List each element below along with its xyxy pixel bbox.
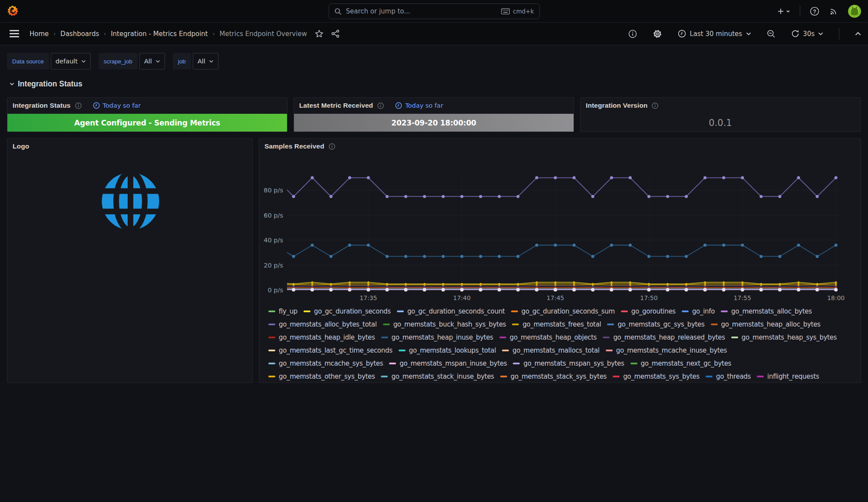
legend-series-color xyxy=(268,324,275,326)
legend-series-label: go_goroutines xyxy=(631,307,676,315)
scrape-job-variable-label[interactable]: scrape_job xyxy=(99,53,138,69)
legend-item[interactable]: go_memstats_next_gc_bytes xyxy=(630,360,732,367)
svg-text:?: ? xyxy=(813,9,816,15)
breadcrumb-folder[interactable]: Integration - Metrics Endpoint xyxy=(111,30,208,38)
legend-item[interactable]: go_memstats_stack_sys_bytes xyxy=(500,373,607,380)
legend-series-color xyxy=(607,324,614,326)
legend-series-color xyxy=(511,310,518,313)
menu-toggle-button[interactable] xyxy=(10,30,19,37)
legend-item[interactable]: go_memstats_lookups_total xyxy=(399,347,496,354)
legend-item[interactable]: go_threads xyxy=(706,373,751,380)
svg-text:0 p/s: 0 p/s xyxy=(268,287,283,294)
help-button[interactable]: ? xyxy=(810,7,819,16)
legend-item[interactable]: go_memstats_heap_idle_bytes xyxy=(268,334,375,341)
dashboard-settings-button[interactable] xyxy=(653,29,662,39)
chevron-down-icon xyxy=(746,32,751,36)
legend-series-color xyxy=(706,376,713,378)
legend-series-label: go_memstats_next_gc_bytes xyxy=(641,360,732,367)
legend-series-color xyxy=(603,337,610,339)
legend-series-color xyxy=(721,310,728,313)
legend-item[interactable]: go_memstats_last_gc_time_seconds xyxy=(268,347,393,354)
svg-text:20 p/s: 20 p/s xyxy=(264,262,283,269)
legend-series-label: go_memstats_sys_bytes xyxy=(623,373,700,380)
legend-item[interactable]: go_memstats_mallocs_total xyxy=(502,347,599,354)
info-icon[interactable] xyxy=(377,102,384,109)
job-variable-label[interactable]: job xyxy=(173,53,191,69)
legend-item[interactable]: go_info xyxy=(682,307,715,315)
legend-item[interactable]: go_memstats_mcache_inuse_bytes xyxy=(606,347,727,354)
legend-series-label: go_memstats_gc_sys_bytes xyxy=(617,320,704,328)
legend-item[interactable]: go_memstats_heap_alloc_bytes xyxy=(711,320,821,328)
svg-text:17:45: 17:45 xyxy=(547,294,564,301)
legend-item[interactable]: go_gc_duration_seconds_sum xyxy=(511,307,615,315)
legend-series-label: go_memstats_heap_inuse_bytes xyxy=(392,334,493,341)
legend-series-label: go_info xyxy=(692,307,715,315)
svg-text:40 p/s: 40 p/s xyxy=(264,237,283,244)
legend-item[interactable]: go_memstats_mspan_sys_bytes xyxy=(513,360,624,367)
time-shift-note[interactable]: Today so far xyxy=(395,102,443,109)
favorite-star-button[interactable] xyxy=(315,30,323,38)
row-integration-status[interactable]: Integration Status xyxy=(7,79,861,89)
legend-series-color xyxy=(268,310,275,313)
chevron-down-icon xyxy=(818,32,823,36)
svg-text:18:00: 18:00 xyxy=(827,294,845,301)
legend-series-color xyxy=(381,376,388,378)
grafana-logo[interactable] xyxy=(7,5,19,17)
add-new-button[interactable] xyxy=(777,8,790,15)
scrape-job-variable-value[interactable]: All xyxy=(139,53,165,69)
legend-item[interactable]: go_memstats_heap_released_bytes xyxy=(603,334,725,341)
legend-series-label: go_memstats_heap_objects xyxy=(510,334,597,341)
zoom-out-button[interactable] xyxy=(767,30,776,38)
legend-item[interactable]: go_memstats_stack_inuse_bytes xyxy=(381,373,494,380)
share-button[interactable] xyxy=(331,30,340,38)
legend-series-label: go_memstats_mcache_inuse_bytes xyxy=(616,347,727,354)
user-avatar[interactable] xyxy=(848,5,861,18)
panel-title[interactable]: Logo xyxy=(13,142,29,150)
info-icon[interactable] xyxy=(652,102,658,109)
dashboard-info-button[interactable] xyxy=(628,30,637,38)
legend-series-label: go_gc_duration_seconds_count xyxy=(407,307,505,315)
legend-item[interactable]: go_memstats_heap_sys_bytes xyxy=(731,334,837,341)
datasource-variable-label[interactable]: Data source xyxy=(7,53,49,69)
panel-title[interactable]: Latest Metric Received xyxy=(299,102,373,109)
legend-series-color xyxy=(268,376,275,378)
search-input[interactable]: Search or jump to... cmd+k xyxy=(329,3,540,19)
legend-item[interactable]: go_memstats_mspan_inuse_bytes xyxy=(389,360,507,367)
legend-item[interactable]: go_goroutines xyxy=(621,307,676,315)
toolbar-divider xyxy=(839,28,839,40)
datasource-variable-value[interactable]: default xyxy=(51,53,91,69)
collapse-toolbar-button[interactable] xyxy=(855,32,861,36)
legend-series-label: go_memstats_other_sys_bytes xyxy=(279,373,375,380)
breadcrumb-dashboards[interactable]: Dashboards xyxy=(60,30,99,38)
legend-item[interactable]: go_memstats_buck_hash_sys_bytes xyxy=(383,320,506,328)
legend-item[interactable]: go_memstats_heap_objects xyxy=(499,334,597,341)
legend-item[interactable]: go_memstats_frees_total xyxy=(512,320,601,328)
legend-item[interactable]: go_memstats_mcache_sys_bytes xyxy=(268,360,383,367)
legend-item[interactable]: inflight_requests xyxy=(757,373,819,380)
legend-item[interactable]: go_gc_duration_seconds_count xyxy=(397,307,505,315)
topbar-divider xyxy=(800,6,800,17)
legend-series-color xyxy=(397,310,404,313)
legend-item[interactable]: go_memstats_heap_inuse_bytes xyxy=(381,334,493,341)
time-shift-note[interactable]: Today so far xyxy=(93,102,141,109)
news-button[interactable] xyxy=(829,7,838,16)
refresh-picker[interactable]: 30s xyxy=(791,30,823,38)
legend-series-color xyxy=(731,337,738,339)
legend-series-label: go_memstats_mallocs_total xyxy=(512,347,599,354)
legend-item[interactable]: go_gc_duration_seconds xyxy=(304,307,391,315)
legend-item[interactable]: fly_up xyxy=(268,307,297,315)
legend-item[interactable]: go_memstats_gc_sys_bytes xyxy=(607,320,704,328)
breadcrumb-home[interactable]: Home xyxy=(30,30,49,38)
legend-item[interactable]: go_memstats_alloc_bytes_total xyxy=(268,320,377,328)
legend-item[interactable]: go_memstats_sys_bytes xyxy=(613,373,700,380)
panel-title[interactable]: Integration Version xyxy=(586,102,647,109)
job-variable-value[interactable]: All xyxy=(193,53,218,69)
legend-series-label: go_memstats_heap_sys_bytes xyxy=(742,334,837,341)
legend-item[interactable]: go_memstats_other_sys_bytes xyxy=(268,373,375,380)
legend-series-color xyxy=(389,363,396,365)
info-icon[interactable] xyxy=(75,102,82,109)
globe-logo xyxy=(101,172,160,231)
panel-title[interactable]: Integration Status xyxy=(13,102,71,109)
legend-item[interactable]: go_memstats_alloc_bytes xyxy=(721,307,812,315)
time-range-picker[interactable]: Last 30 minutes xyxy=(678,30,752,38)
